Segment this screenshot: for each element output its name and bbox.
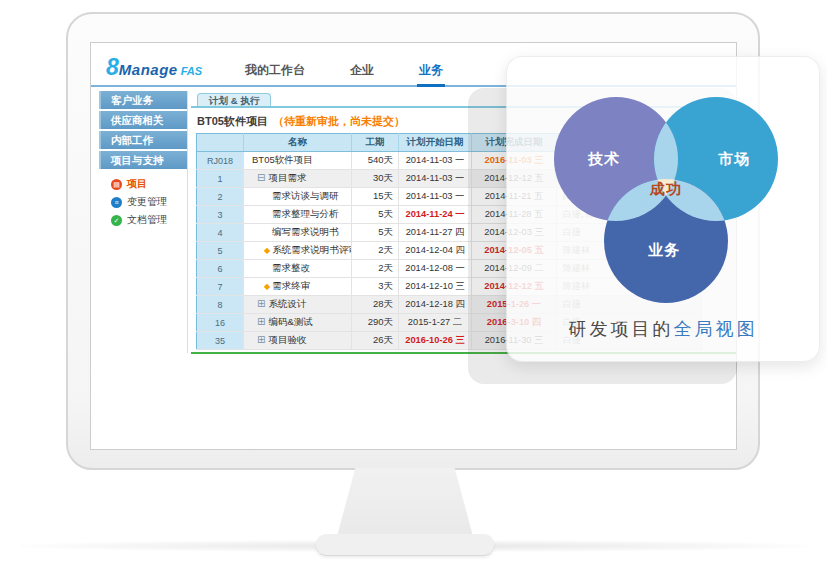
duration-cell: 5天 — [352, 224, 399, 242]
document-management-icon: ✓ — [111, 215, 122, 226]
task-name-cell[interactable]: ◆需求终审 — [244, 278, 352, 296]
task-label: 编码&测试 — [268, 316, 312, 327]
card-caption: 研发项目的全局视图 — [569, 317, 758, 341]
start-date-cell: 2015-1-27 二 — [399, 314, 472, 332]
sidebar-subitem-project[interactable]: ▤项目 — [99, 175, 187, 193]
column-header-3[interactable]: 计划开始日期 — [399, 134, 472, 152]
start-date-cell: 2014-11-03 一 — [399, 188, 472, 206]
project-title-row: BT05软件项目 （待重新审批，尚未提交） — [197, 114, 405, 129]
expand-icon[interactable]: ⊞ — [257, 334, 265, 345]
row-id: 7 — [197, 278, 244, 296]
duration-cell: 2天 — [352, 260, 399, 278]
row-id: 4 — [197, 224, 244, 242]
task-name-cell[interactable]: 需求访谈与调研 — [244, 188, 352, 206]
page: 8ManageFAS 我的工作台企业业务 客户业务供应商相关内部工作项目与支持 … — [0, 0, 827, 565]
task-label: 需求访谈与调研 — [272, 190, 339, 201]
venn-label-success: 成功 — [650, 180, 682, 199]
task-name-cell[interactable]: 需求整改 — [244, 260, 352, 278]
nav-item-enterprise[interactable]: 企业 — [348, 62, 376, 87]
milestone-icon: ◆ — [264, 282, 270, 291]
sidebar-item-customer-business[interactable]: 客户业务 — [99, 91, 187, 109]
sidebar-subitem-label: 文档管理 — [127, 213, 167, 227]
expand-icon[interactable]: ⊞ — [257, 316, 265, 327]
column-header-2[interactable]: 工期 — [352, 134, 399, 152]
sidebar-item-internal-work[interactable]: 内部工作 — [99, 131, 187, 149]
task-label: 编写需求说明书 — [272, 226, 339, 237]
milestone-icon: ◆ — [264, 246, 270, 255]
sidebar-subitem-label: 变更管理 — [127, 195, 167, 209]
venn-label-market: 市场 — [718, 150, 750, 169]
collapse-icon[interactable]: ⊟ — [257, 172, 265, 183]
start-date-cell: 2014-12-10 三 — [399, 278, 472, 296]
duration-cell: 290天 — [352, 314, 399, 332]
row-id: RJ018 — [197, 152, 244, 170]
duration-cell: 3天 — [352, 278, 399, 296]
task-name-cell[interactable]: ⊞系统设计 — [244, 296, 352, 314]
task-name-cell[interactable]: 需求整理与分析 — [244, 206, 352, 224]
duration-cell: 540天 — [352, 152, 399, 170]
sidebar-subitem-document-management[interactable]: ✓文档管理 — [99, 211, 187, 229]
nav-item-my-workspace[interactable]: 我的工作台 — [243, 62, 307, 87]
task-label: 项目需求 — [268, 172, 306, 183]
sidebar-subitems: ▤项目≡变更管理✓文档管理 — [99, 175, 187, 229]
sidebar-subitem-change-management[interactable]: ≡变更管理 — [99, 193, 187, 211]
tab-plan-execution[interactable]: 计划 & 执行 — [197, 93, 271, 106]
duration-cell: 30天 — [352, 170, 399, 188]
task-name-cell[interactable]: ⊞编码&测试 — [244, 314, 352, 332]
monitor-stand-base — [316, 534, 494, 556]
duration-cell: 15天 — [352, 188, 399, 206]
task-name-cell[interactable]: 编写需求说明书 — [244, 224, 352, 242]
change-management-icon: ≡ — [111, 197, 122, 208]
project-title: BT05软件项目 — [197, 115, 268, 127]
duration-cell: 26天 — [352, 332, 399, 350]
start-date-cell: 2014-11-03 一 — [399, 170, 472, 188]
task-label: 需求终审 — [272, 280, 310, 291]
start-date-cell: 2014-11-03 一 — [399, 152, 472, 170]
main-nav: 我的工作台企业业务 — [243, 62, 445, 87]
task-name-cell[interactable]: ⊟项目需求 — [244, 170, 352, 188]
duration-cell: 2天 — [352, 242, 399, 260]
task-label: 系统设计 — [268, 298, 306, 309]
row-id: 6 — [197, 260, 244, 278]
start-date-cell: 2014-12-18 四 — [399, 296, 472, 314]
start-date-cell: 2014-11-27 四 — [399, 224, 472, 242]
column-header-1[interactable]: 名称 — [244, 134, 352, 152]
venn-overlay-card: 技术 市场 业务 成功 研发项目的全局视图 — [506, 56, 820, 362]
expand-icon[interactable]: ⊞ — [257, 298, 265, 309]
logo-manage: Manage — [119, 61, 178, 78]
task-label: 项目验收 — [268, 334, 306, 345]
task-name-cell[interactable]: ◆系统需求说明书评审 — [244, 242, 352, 260]
sidebar-divider — [187, 91, 188, 353]
sidebar-sections: 客户业务供应商相关内部工作项目与支持 — [99, 91, 187, 169]
task-name-cell[interactable]: BT05软件项目 — [244, 152, 352, 170]
duration-cell: 28天 — [352, 296, 399, 314]
sidebar: 客户业务供应商相关内部工作项目与支持 ▤项目≡变更管理✓文档管理 — [99, 91, 187, 229]
task-label: BT05软件项目 — [252, 154, 313, 165]
monitor-stand-neck — [336, 468, 474, 540]
row-id: 16 — [197, 314, 244, 332]
logo-fas: FAS — [181, 65, 202, 77]
task-name-cell[interactable]: ⊞项目验收 — [244, 332, 352, 350]
row-id: 1 — [197, 170, 244, 188]
row-id: 3 — [197, 206, 244, 224]
sidebar-subitem-label: 项目 — [127, 177, 147, 191]
venn-label-technology: 技术 — [588, 150, 620, 169]
column-header-0[interactable] — [197, 134, 244, 152]
start-date-cell: 2014-11-24 一 — [399, 206, 472, 224]
project-icon: ▤ — [111, 179, 122, 190]
start-date-cell: 2016-10-26 三 — [399, 332, 472, 350]
sidebar-item-supplier-related[interactable]: 供应商相关 — [99, 111, 187, 129]
caption-prefix: 研发项目的 — [569, 319, 674, 339]
row-id: 8 — [197, 296, 244, 314]
task-label: 系统需求说明书评审 — [272, 244, 351, 255]
logo-8: 8 — [106, 54, 119, 80]
start-date-cell: 2014-12-04 四 — [399, 242, 472, 260]
duration-cell: 5天 — [352, 206, 399, 224]
nav-item-business[interactable]: 业务 — [417, 62, 445, 87]
row-id: 5 — [197, 242, 244, 260]
task-label: 需求整理与分析 — [272, 208, 339, 219]
brand-logo: 8ManageFAS — [106, 54, 202, 81]
caption-highlight: 全局视图 — [674, 319, 758, 339]
project-status-badge: （待重新审批，尚未提交） — [273, 115, 405, 127]
sidebar-item-project-support[interactable]: 项目与支持 — [99, 151, 187, 169]
